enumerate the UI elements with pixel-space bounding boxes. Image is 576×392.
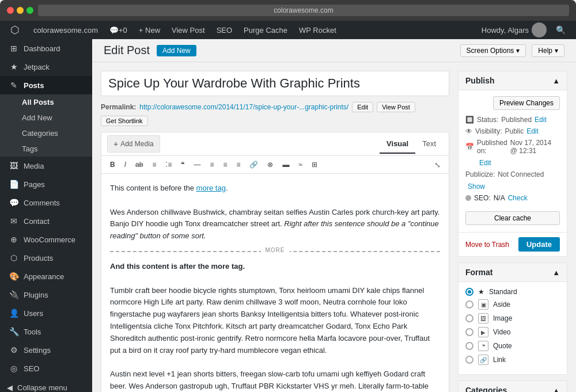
toolbar-align-left[interactable]: ≡ [206,158,218,171]
top-bar-right: Screen Options ▾ Help ▾ [460,44,564,57]
toolbar-misc[interactable]: ⊞ [308,158,321,171]
calendar-icon: 📅 [465,143,474,151]
view-post-button[interactable]: View Post [377,102,415,112]
get-shortlink-button[interactable]: Get Shortlink [101,116,148,126]
permalink-url[interactable]: http://colorawesome.com/2014/11/17/spice… [139,103,348,111]
format-option-aside[interactable]: ▣ Aside [465,299,560,310]
admin-bar-site[interactable]: colorawesome.com [28,21,104,39]
seo-check-link[interactable]: Check [508,194,528,202]
toolbar-ol[interactable]: ⁚≡ [161,158,176,171]
sidebar-sub-all-posts[interactable]: All Posts [0,94,92,110]
media-plus-icon: + [113,139,118,149]
publicize-label: Publicize: [465,170,495,178]
maximize-dot[interactable] [26,7,33,14]
search-icon[interactable]: 🔍 [551,25,570,35]
visibility-edit-link[interactable]: Edit [526,127,539,135]
sidebar-label-tools: Tools [24,328,41,336]
minimize-dot[interactable] [17,7,24,14]
format-radio-video[interactable] [465,328,473,336]
post-title-input[interactable] [101,71,449,96]
posts-icon: ✎ [9,81,19,90]
format-option-video[interactable]: ▶ Video [465,327,560,337]
toolbar-align-center[interactable]: ≡ [219,158,231,171]
sidebar-item-settings[interactable]: ⚙ Settings [0,341,92,359]
sidebar-item-contact[interactable]: ✉ Contact [0,212,92,230]
sidebar-item-posts[interactable]: ✎ Posts [0,76,92,94]
sidebar-item-pages[interactable]: 📄 Pages [0,175,92,193]
toolbar-insert[interactable]: ▬ [278,158,293,171]
sidebar-item-comments[interactable]: 💬 Comments [0,193,92,212]
tab-text[interactable]: Text [415,135,443,154]
toolbar-unlink[interactable]: ⊗ [263,158,277,171]
admin-bar-wp-rocket[interactable]: WP Rocket [293,21,342,39]
format-radio-link[interactable] [465,356,473,364]
format-option-image[interactable]: 🖼 Image [465,313,560,324]
admin-bar-view-post[interactable]: View Post [166,21,211,39]
sidebar-item-seo[interactable]: ◎ SEO [0,359,92,378]
sidebar-item-jetpack[interactable]: ★ Jetpack [0,58,92,76]
preview-changes-button[interactable]: Preview Changes [493,96,560,110]
admin-bar-purge-cache[interactable]: Purge Cache [238,21,293,39]
sidebar-label-settings: Settings [24,346,51,355]
toolbar-link[interactable]: 🔗 [245,158,262,171]
more-tag-link[interactable]: more tag [196,184,226,192]
clear-cache-button[interactable]: Clear cache [465,211,560,225]
toolbar-italic[interactable]: I [120,158,130,171]
sidebar-item-plugins[interactable]: 🔌 Plugins [0,286,92,304]
add-new-button[interactable]: Add New [157,45,196,56]
categories-panel-title: Categories [465,386,507,392]
format-radio-aside[interactable] [465,300,473,309]
sidebar-sub-tags[interactable]: Tags [0,141,92,157]
sidebar-item-appearance[interactable]: 🎨 Appearance [0,267,92,286]
sidebar-item-woocommerce[interactable]: ⊕ WooCommerce [0,230,92,249]
toolbar-blockquote[interactable]: ❝ [177,158,188,171]
sidebar-item-tools[interactable]: 🔧 Tools [0,322,92,341]
sidebar-item-users[interactable]: 👤 Users [0,304,92,322]
format-option-standard[interactable]: ★ Standard [465,288,560,296]
toolbar-strikethrough[interactable]: ab [131,158,147,171]
toolbar-align-right[interactable]: ≡ [232,158,244,171]
sidebar-sub-categories[interactable]: Categories [0,125,92,141]
format-radio-image[interactable] [465,314,473,322]
contact-icon: ✉ [9,216,19,226]
status-edit-link[interactable]: Edit [535,116,547,124]
update-button[interactable]: Update [518,237,560,252]
toolbar-hr[interactable]: — [190,158,204,171]
publish-panel-header[interactable]: Publish ▲ [458,71,567,90]
publicize-show-link[interactable]: Show [468,182,485,191]
tab-visual[interactable]: Visual [380,135,415,154]
toolbar-expand[interactable]: ⤡ [431,159,444,171]
toolbar-ul[interactable]: ≡ [148,158,160,171]
sidebar-item-media[interactable]: 🖼 Media [0,157,92,175]
collapse-menu[interactable]: ◀ Collapse menu [0,378,92,392]
wp-logo[interactable]: ⬡ [6,24,24,36]
screen-options-button[interactable]: Screen Options ▾ [460,44,526,57]
admin-bar-seo[interactable]: SEO [211,21,238,39]
comments-icon: 💬 [109,26,119,35]
paragraph-1: Wes Anderson chillwave Bushwick, chambra… [110,207,440,242]
format-option-link[interactable]: 🔗 Link [465,355,560,365]
help-button[interactable]: Help ▾ [532,44,564,57]
admin-howdy: Howdy, Algars [477,22,551,37]
categories-panel-header[interactable]: Categories ▲ [458,381,567,392]
move-to-trash-link[interactable]: Move to Trash [465,241,509,249]
admin-bar-new[interactable]: + New [133,21,166,39]
format-label-link: Link [493,356,506,364]
published-edit-link[interactable]: Edit [479,159,491,167]
admin-bar-comments[interactable]: 💬 +0 [104,21,133,39]
content-area: Permalink: http://colorawesome.com/2014/… [92,62,576,392]
toolbar-bold[interactable]: B [106,158,119,171]
sidebar-item-dashboard[interactable]: ⊞ Dashboard [0,39,92,58]
toolbar-more[interactable]: ≈ [294,158,306,171]
sidebar-sub-add-new[interactable]: Add New [0,110,92,125]
format-radio-standard[interactable] [465,288,473,296]
sidebar-label-media: Media [24,162,44,170]
format-panel-header[interactable]: Format ▲ [458,263,567,282]
sidebar-item-products[interactable]: ⬡ Products [0,249,92,267]
permalink-edit-button[interactable]: Edit [352,102,373,112]
format-radio-quote[interactable] [465,342,473,350]
close-dot[interactable] [7,7,14,14]
add-media-button[interactable]: + Add Media [107,135,160,153]
format-option-quote[interactable]: ❝ Quote [465,341,560,351]
editor-content[interactable]: This content is before the more tag. Wes… [101,174,449,392]
